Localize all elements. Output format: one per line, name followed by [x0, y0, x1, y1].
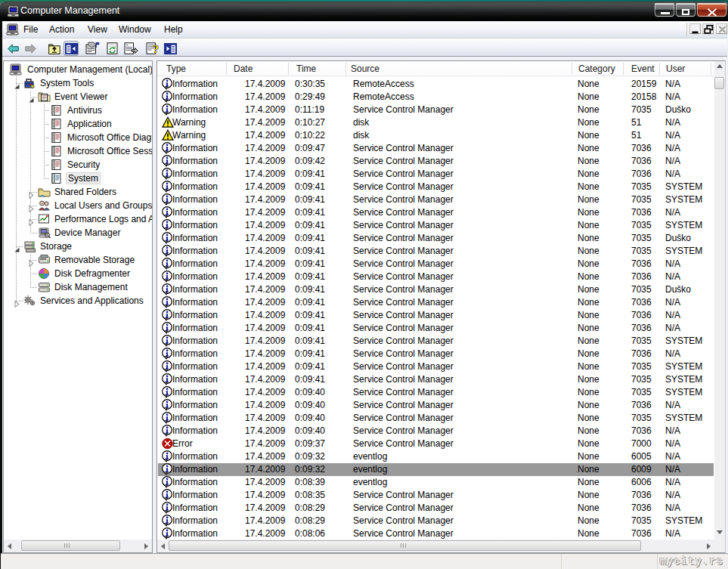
svg-text:?: ?: [153, 43, 160, 55]
